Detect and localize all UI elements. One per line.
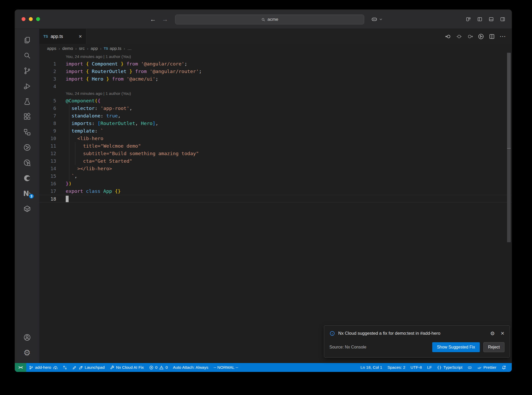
toggle-secondary-sidebar-icon[interactable] bbox=[500, 16, 506, 22]
close-window-button[interactable] bbox=[22, 17, 25, 21]
code-line-18[interactable]: 18 bbox=[39, 195, 512, 202]
scrollbar-slider[interactable] bbox=[507, 53, 511, 148]
encoding-item[interactable]: UTF-8 bbox=[408, 363, 424, 372]
back-button[interactable]: ← bbox=[150, 16, 156, 23]
activity-bar-item-run-and-debug[interactable] bbox=[15, 78, 39, 94]
activity-bar-item-accounts[interactable] bbox=[15, 330, 39, 345]
code-line-8[interactable]: 8 imports: [RouterOutlet, Hero], bbox=[39, 120, 512, 127]
status-label: Ln 18, Col 1 bbox=[361, 365, 382, 370]
code-line-3[interactable]: 3import { Hero } from '@acme/ui'; bbox=[39, 75, 512, 83]
breadcrumb-item-[interactable]: … bbox=[127, 46, 132, 51]
code-line-7[interactable]: 7 standalone: true, bbox=[39, 112, 512, 120]
error-icon bbox=[149, 365, 154, 370]
git-branch-item[interactable]: add-hero bbox=[26, 363, 60, 372]
more-actions-icon[interactable]: ⋯ bbox=[500, 33, 506, 40]
code-line-10[interactable]: 10 <lib-hero bbox=[39, 135, 512, 142]
breadcrumb-item-demo[interactable]: demo bbox=[62, 46, 73, 51]
commit-graph-icon[interactable] bbox=[478, 33, 484, 40]
split-editor-icon[interactable] bbox=[489, 33, 495, 40]
reject-button[interactable]: Reject bbox=[483, 342, 504, 352]
toggle-panel-icon[interactable] bbox=[488, 16, 494, 22]
change-icon[interactable] bbox=[456, 33, 462, 40]
code-line-1[interactable]: 1import { Component } from '@angular/cor… bbox=[39, 60, 512, 68]
line-content: selector: 'app-root', bbox=[66, 104, 132, 112]
activity-bar-item-edge-browser[interactable] bbox=[15, 170, 39, 186]
rocket-icon bbox=[78, 365, 83, 370]
line-content: }) bbox=[66, 180, 71, 187]
previous-change-icon[interactable] bbox=[445, 33, 451, 40]
eol-item[interactable]: LF bbox=[424, 363, 434, 372]
notifications-bell-item[interactable] bbox=[499, 363, 509, 372]
code-line-11[interactable]: 11 title="Welcmoe demo" bbox=[39, 142, 512, 150]
problems-item[interactable]: 00 bbox=[147, 363, 170, 372]
search-icon bbox=[261, 17, 265, 22]
activity-bar-item-settings[interactable]: ⚙ bbox=[15, 345, 39, 360]
activity-bar-item-project-structure[interactable] bbox=[15, 124, 39, 140]
indentation-item[interactable]: Spaces: 2 bbox=[385, 363, 408, 372]
auto-attach-item[interactable]: Auto Attach: Always bbox=[170, 363, 211, 372]
language-item[interactable]: {}TypeScript bbox=[434, 363, 465, 372]
code-editor[interactable]: You, 24 minutes ago | 1 author (You)1imp… bbox=[39, 53, 512, 363]
breadcrumb-separator: › bbox=[75, 46, 77, 51]
git-compare-item[interactable] bbox=[60, 363, 70, 372]
editor-actions: ⋯ bbox=[445, 29, 506, 44]
activity-bar-item-testing[interactable] bbox=[15, 94, 39, 109]
activity-bar-item-search[interactable] bbox=[15, 48, 39, 63]
code-line-2[interactable]: 2import { RouterOutlet } from '@angular/… bbox=[39, 68, 512, 75]
scrollbar-slider-lower[interactable] bbox=[507, 149, 511, 242]
zoom-window-button[interactable] bbox=[36, 17, 40, 21]
code-line-5[interactable]: 5@Component({ bbox=[39, 97, 512, 104]
tab-label: app.ts bbox=[51, 34, 63, 39]
nx-cloud-ai-fix-item[interactable]: Nx Cloud AI Fix bbox=[107, 363, 147, 372]
launchpad-item[interactable]: Launchpad bbox=[70, 363, 107, 372]
copilot-menu[interactable] bbox=[371, 10, 383, 29]
line-number: 18 bbox=[39, 195, 66, 202]
activity-bar-item-source-control[interactable] bbox=[15, 63, 39, 78]
copilot-status-item[interactable] bbox=[465, 363, 475, 372]
prettier-item[interactable]: Prettier bbox=[475, 363, 499, 372]
line-content: standalone: true, bbox=[66, 112, 121, 120]
breadcrumb-separator: › bbox=[87, 46, 88, 51]
editor-scrollbar[interactable] bbox=[506, 53, 512, 363]
code-line-12[interactable]: 12 subtitle="Build something amazing tod… bbox=[39, 150, 512, 157]
breadcrumb-item-appts[interactable]: TSapp.ts bbox=[104, 46, 122, 51]
code-line-17[interactable]: 17export class App {} bbox=[39, 187, 512, 195]
code-line-14[interactable]: 14 ></lib-hero> bbox=[39, 165, 512, 172]
code-line-9[interactable]: 9 template: ` bbox=[39, 127, 512, 135]
code-line-15[interactable]: 15 `, bbox=[39, 172, 512, 180]
tab-app-ts[interactable]: TS app.ts ✕ bbox=[39, 29, 87, 44]
next-change-icon[interactable] bbox=[467, 33, 473, 40]
activity-bar-item-graph-search[interactable] bbox=[15, 155, 39, 170]
notification-settings-gear-icon[interactable]: ⚙ bbox=[490, 330, 495, 337]
breadcrumb-item-app[interactable]: app bbox=[91, 46, 98, 51]
close-tab-icon[interactable]: ✕ bbox=[79, 34, 82, 39]
forward-button[interactable]: → bbox=[162, 16, 168, 23]
remote-indicator[interactable]: >< bbox=[15, 363, 26, 372]
code-line-16[interactable]: 16}) bbox=[39, 180, 512, 187]
breadcrumb-item-apps[interactable]: apps bbox=[47, 46, 56, 51]
command-center-search[interactable]: acme bbox=[175, 15, 364, 24]
code-line-6[interactable]: 6 selector: 'app-root', bbox=[39, 104, 512, 112]
activity-bar-item-containers[interactable] bbox=[15, 201, 39, 216]
customize-layout-icon[interactable] bbox=[466, 16, 471, 22]
code-line-4[interactable]: 4 bbox=[39, 83, 512, 90]
blame-annotation[interactable]: You, 24 minutes ago | 1 author (You) bbox=[39, 90, 512, 97]
nx-badge: 3 bbox=[29, 193, 34, 199]
cursor-position-item[interactable]: Ln 18, Col 1 bbox=[358, 363, 385, 372]
activity-bar-item-explorer[interactable] bbox=[15, 32, 39, 48]
activity-bar-item-extensions[interactable] bbox=[15, 109, 39, 124]
files-icon bbox=[23, 36, 31, 44]
code-line-13[interactable]: 13 cta="Get Started" bbox=[39, 157, 512, 165]
activity-bar-item-commit-graph[interactable] bbox=[15, 140, 39, 155]
gear-icon: ⚙ bbox=[23, 349, 31, 357]
line-number: 9 bbox=[39, 127, 66, 135]
show-suggested-fix-button[interactable]: Show Suggested Fix bbox=[432, 342, 480, 352]
command-center-label: acme bbox=[268, 17, 278, 22]
breadcrumb-item-src[interactable]: src bbox=[79, 46, 85, 51]
blame-annotation[interactable]: You, 24 minutes ago | 1 author (You) bbox=[39, 53, 512, 60]
notification-close-icon[interactable]: ✕ bbox=[501, 331, 504, 336]
toggle-primary-sidebar-icon[interactable] bbox=[477, 16, 483, 22]
minimize-window-button[interactable] bbox=[29, 17, 33, 21]
activity-bar-item-nx-console[interactable]: N›3 bbox=[15, 186, 39, 201]
vim-mode-item[interactable]: -- NORMAL -- bbox=[211, 363, 241, 372]
